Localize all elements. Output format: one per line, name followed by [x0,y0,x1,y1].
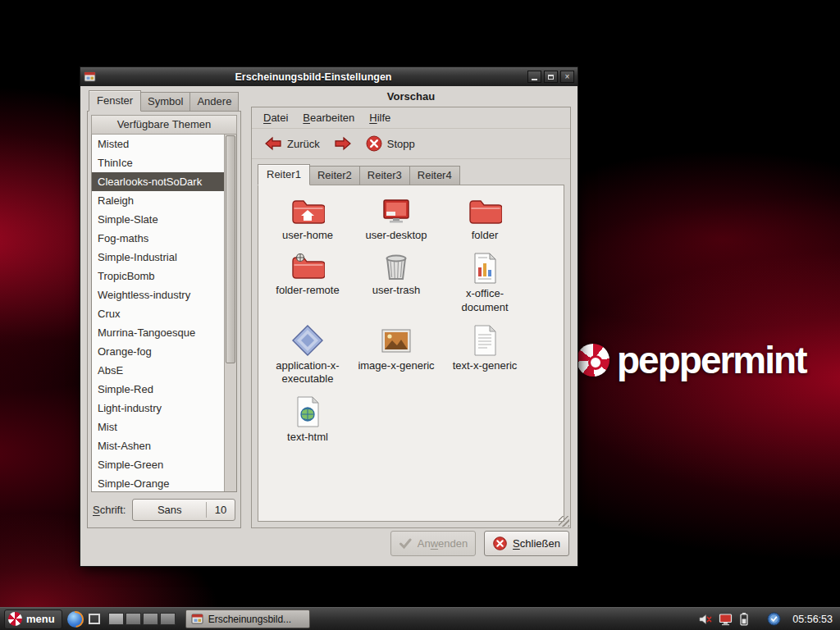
display-network-icon[interactable] [719,613,733,626]
apply-check-icon [399,537,412,550]
theme-item[interactable]: Weightless-industry [92,285,224,304]
text-html-icon [290,395,325,428]
theme-item[interactable]: Mist [92,418,224,436]
theme-item-selected[interactable]: Clearlooks-notSoDark [92,172,224,191]
font-label: Schrift: [93,504,126,516]
themes-scrollbar[interactable] [224,135,236,491]
show-desktop-icon[interactable] [89,614,100,624]
stop-button[interactable]: Stopp [362,133,419,154]
tab-fenster[interactable]: Fenster [89,90,141,112]
menu-candy-icon [8,612,22,626]
theme-item[interactable]: Misted [92,135,224,153]
preview-tab-reiter2[interactable]: Reiter2 [309,166,360,185]
firefox-launcher-icon[interactable] [67,611,84,628]
maximize-button[interactable] [544,71,558,83]
menu-button-label: menu [26,613,55,625]
tab-andere[interactable]: Andere [189,92,239,111]
minimize-button[interactable] [527,71,541,83]
icon-image-x-generic[interactable]: image-x-generic [352,324,441,386]
menu-datei[interactable]: Datei [256,109,295,126]
settings-notebook: Fenster Symbol Andere Verfügbare Themen … [87,90,241,528]
apply-button[interactable]: Anwenden [390,531,476,556]
workspace-pager [108,613,176,625]
user-home-icon [290,197,325,226]
icon-text-html[interactable]: text-html [263,395,352,444]
peppermint-candy-icon [577,344,609,377]
appearance-settings-window: Erscheinungsbild-Einstellungen × Fenster… [80,66,578,567]
font-button[interactable]: Sans 10 [132,499,235,521]
user-trash-icon [379,252,413,281]
workspace-4[interactable] [160,613,176,625]
taskbar-window-button[interactable]: Erscheinungsbild... [185,609,310,628]
stop-label: Stopp [387,138,415,150]
icon-text-x-generic[interactable]: text-x-generic [441,324,529,386]
themes-column-header[interactable]: Verfügbare Themen [91,115,237,135]
icon-folder-remote[interactable]: folder-remote [263,252,352,314]
peppermint-logo-text: peppermint [617,338,806,382]
icon-x-office-document[interactable]: x-office-document [441,252,529,314]
titlebar[interactable]: Erscheinungsbild-Einstellungen × [80,67,578,86]
workspace-2[interactable] [126,613,141,625]
icon-folder[interactable]: folder [441,197,529,242]
close-x-icon [493,536,507,550]
icon-user-trash[interactable]: user-trash [352,252,441,314]
themes-scrollbar-thumb[interactable] [226,135,235,363]
theme-item[interactable]: Light-industry [92,399,224,418]
theme-item[interactable]: Raleigh [92,191,224,210]
theme-item[interactable]: Simple-Orange [92,474,224,492]
preview-menubar: Datei Bearbeiten Hilfe [252,107,570,129]
workspace-3[interactable] [143,613,158,625]
preview-tab-reiter4[interactable]: Reiter4 [409,166,460,185]
font-size: 10 [207,500,235,520]
preview-toolbar: Zurück Stopp [252,129,570,159]
theme-item[interactable]: AbsE [92,361,224,380]
theme-item[interactable]: ThinIce [92,153,224,172]
menu-hilfe[interactable]: Hilfe [362,109,398,126]
theme-item[interactable]: Simple-Slate [92,210,224,229]
preview-tab-reiter3[interactable]: Reiter3 [359,166,410,185]
clock[interactable]: 05:56:53 [792,614,833,625]
back-button[interactable]: Zurück [260,134,324,153]
theme-item[interactable]: Fog-maths [92,229,224,248]
update-shield-icon[interactable] [767,612,781,626]
task-window-icon [191,613,203,625]
maximize-icon [548,75,554,80]
peppermint-logo: peppermint [577,338,806,382]
theme-item[interactable]: Simple-Industrial [92,248,224,267]
theme-item[interactable]: TropicBomb [92,267,224,285]
close-button[interactable]: × [560,71,574,83]
folder-icon [468,197,502,226]
close-label: Schließen [513,537,560,550]
theme-item[interactable]: Simple-Red [92,380,224,399]
theme-item[interactable]: Orange-fog [92,342,224,361]
application-x-executable-icon [290,324,325,357]
theme-item[interactable]: Simple-Green [92,455,224,474]
menu-button[interactable]: menu [4,609,62,629]
forward-button[interactable] [330,134,356,153]
task-window-label: Erscheinungsbild... [208,614,291,625]
preview-frame: Datei Bearbeiten Hilfe Zurück [251,107,571,528]
icon-application-x-executable[interactable]: application-x-executable [263,324,352,386]
preview-tab-reiter1[interactable]: Reiter1 [258,164,310,185]
back-arrow-icon [264,136,282,151]
tab-symbol[interactable]: Symbol [140,92,190,111]
theme-item[interactable]: Murrina-Tangoesque [92,323,224,342]
theme-item[interactable]: Crux [92,304,224,323]
minimize-icon [532,79,537,80]
close-dialog-button[interactable]: Schließen [484,531,569,556]
volume-icon[interactable] [698,613,712,626]
resize-grip[interactable] [559,516,569,527]
theme-item[interactable]: Mist-Ashen [92,436,224,455]
stop-icon [366,135,382,152]
window-icon [84,71,96,83]
themes-list: Misted ThinIce Clearlooks-notSoDark Rale… [91,135,237,492]
workspace-1[interactable] [108,613,124,625]
battery-icon[interactable] [739,612,749,626]
menu-bearbeiten[interactable]: Bearbeiten [295,109,362,126]
icon-user-home[interactable]: user-home [263,197,352,242]
icon-user-desktop[interactable]: user-desktop [352,197,441,242]
taskbar: menu Erscheinungsbild... [0,607,840,630]
preview-title: Vorschau [251,90,571,107]
forward-arrow-icon [334,136,352,151]
image-x-generic-icon [379,324,413,357]
